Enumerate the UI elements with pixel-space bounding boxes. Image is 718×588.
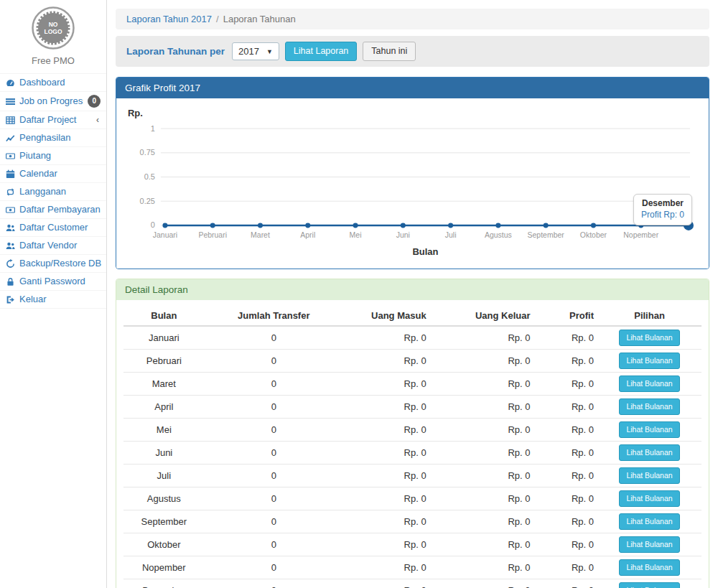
sidebar-item-label: Dashboard (19, 77, 102, 88)
column-header-pilihan: Pilihan (597, 306, 701, 326)
table-cell: Rp. 0 (534, 396, 598, 419)
tahun-ini-button[interactable]: Tahun ini (363, 42, 416, 61)
breadcrumb-link[interactable]: Laporan Tahun 2017 (126, 14, 212, 24)
lihat-bulanan-button[interactable]: Lihat Bulanan (619, 490, 679, 507)
table-cell: Nopember (123, 556, 205, 579)
sidebar-item-label: Daftar Pembayaran (19, 204, 102, 215)
x-tick-label: April (300, 231, 315, 239)
chart-y-unit: Rp. (128, 108, 143, 118)
chart-panel: Grafik Profit 2017 Rp.10.750.50.250Janua… (116, 77, 709, 269)
year-select[interactable]: 2017 ▼ (232, 42, 279, 60)
table-cell: Rp. 0 (343, 326, 430, 350)
column-header-uang-masuk: Uang Masuk (343, 306, 430, 326)
chart-point[interactable] (495, 223, 500, 228)
table-row-september: September0Rp. 0Rp. 0Rp. 0Lihat Bulanan (123, 510, 701, 533)
chart-point[interactable] (591, 223, 596, 228)
table-cell: Rp. 0 (343, 556, 430, 579)
no-logo-badge: NO LOGO (31, 6, 75, 50)
table-cell-action: Lihat Bulanan (597, 510, 701, 533)
table-cell-action: Lihat Bulanan (597, 579, 701, 588)
x-tick-label: Pebruari (198, 231, 227, 239)
table-cell: Rp. 0 (534, 442, 598, 465)
lihat-laporan-button[interactable]: Lihat Laporan (285, 42, 357, 61)
sidebar-item-daftar-pembayaran[interactable]: Daftar Pembayaran (0, 201, 106, 219)
lihat-bulanan-button[interactable]: Lihat Bulanan (619, 513, 679, 530)
brand-name: Free PMO (0, 55, 106, 66)
x-tick-label: Juni (396, 231, 410, 239)
table-cell: Mei (123, 419, 205, 442)
chart-line-icon (5, 134, 15, 143)
table-cell: Rp. 0 (430, 465, 534, 487)
table-cell: 0 (205, 373, 343, 396)
chart-point[interactable] (258, 223, 263, 228)
table-cell: Rp. 0 (343, 442, 430, 465)
chart-point[interactable] (210, 223, 215, 228)
lihat-bulanan-button[interactable]: Lihat Bulanan (619, 536, 679, 553)
table-cell: Rp. 0 (430, 396, 534, 419)
detail-panel-title: Detail Laporan (116, 279, 709, 300)
table-cell: Pebruari (123, 350, 205, 373)
svg-text:NO: NO (49, 21, 58, 28)
users-icon (5, 241, 15, 251)
chart-point[interactable] (305, 223, 310, 228)
table-cell-action: Lihat Bulanan (597, 465, 701, 487)
svg-text:LOGO: LOGO (44, 28, 62, 35)
sidebar-item-label: Calendar (19, 168, 102, 179)
lihat-bulanan-button[interactable]: Lihat Bulanan (619, 582, 679, 588)
lihat-bulanan-button[interactable]: Lihat Bulanan (619, 421, 679, 438)
sidebar-item-dashboard[interactable]: Dashboard (0, 73, 106, 92)
table-cell: Rp. 0 (430, 350, 534, 373)
lihat-bulanan-button[interactable]: Lihat Bulanan (619, 398, 679, 415)
report-table: BulanJumlah TransferUang MasukUang Kelua… (123, 306, 701, 588)
table-row-april: April0Rp. 0Rp. 0Rp. 0Lihat Bulanan (123, 396, 701, 419)
sidebar: NO LOGO Free PMO DashboardJob on Progres… (0, 0, 107, 588)
lihat-bulanan-button[interactable]: Lihat Bulanan (619, 330, 679, 346)
table-row-januari: Januari0Rp. 0Rp. 0Rp. 0Lihat Bulanan (123, 326, 701, 350)
sidebar-item-backup-restore-db[interactable]: Backup/Restore DB (0, 255, 106, 273)
table-cell: Rp. 0 (343, 510, 430, 533)
breadcrumb-current: Laporan Tahunan (223, 14, 296, 24)
chart-point[interactable] (162, 223, 167, 228)
lihat-bulanan-button[interactable]: Lihat Bulanan (619, 444, 679, 461)
chart-point[interactable] (448, 223, 453, 228)
table-row-juli: Juli0Rp. 0Rp. 0Rp. 0Lihat Bulanan (123, 465, 701, 487)
table-cell: Agustus (123, 487, 205, 510)
chart-tooltip-value: Profit Rp: 0 (641, 210, 684, 220)
table-cell: 0 (205, 442, 343, 465)
x-tick-label: Maret (251, 231, 270, 239)
sidebar-item-piutang[interactable]: Piutang (0, 147, 106, 165)
sidebar-item-keluar[interactable]: Keluar (0, 291, 106, 309)
lihat-bulanan-button[interactable]: Lihat Bulanan (619, 353, 679, 369)
sidebar-item-job-on-progress[interactable]: Job on Progress0 (0, 92, 106, 111)
sidebar-item-label: Daftar Project (19, 114, 92, 126)
lihat-bulanan-button[interactable]: Lihat Bulanan (619, 375, 679, 392)
y-tick-label: 1 (151, 124, 155, 133)
sidebar-item-label: Penghasilan (19, 132, 102, 144)
column-header-uang-keluar: Uang Keluar (430, 306, 534, 326)
chart-point[interactable] (401, 223, 406, 228)
chart-point[interactable] (544, 223, 549, 228)
sidebar-item-ganti-password[interactable]: Ganti Password (0, 273, 106, 291)
sidebar-item-penghasilan[interactable]: Penghasilan (0, 129, 106, 147)
sidebar-item-label: Backup/Restore DB (19, 258, 102, 269)
chart-point[interactable] (353, 223, 358, 228)
chevron-down-icon: ▼ (266, 48, 273, 55)
breadcrumb-separator: / (216, 14, 219, 24)
sidebar-item-daftar-vendor[interactable]: Daftar Vendor (0, 237, 106, 255)
x-tick-label: Oktober (580, 231, 607, 239)
table-cell: 0 (205, 419, 343, 442)
lihat-bulanan-button[interactable]: Lihat Bulanan (619, 559, 679, 576)
lihat-bulanan-button[interactable]: Lihat Bulanan (619, 467, 679, 484)
table-cell: Rp. 0 (534, 533, 598, 556)
sidebar-item-daftar-customer[interactable]: Daftar Customer (0, 219, 106, 237)
table-cell: 0 (205, 326, 343, 350)
sidebar-item-calendar[interactable]: Calendar (0, 165, 106, 183)
table-cell: 0 (205, 350, 343, 373)
table-cell: 0 (205, 510, 343, 533)
column-header-profit: Profit (534, 306, 598, 326)
x-tick-label: Nopember (623, 231, 658, 239)
table-cell: 0 (205, 533, 343, 556)
sidebar-item-langganan[interactable]: Langganan (0, 183, 106, 201)
sidebar-item-label: Daftar Customer (19, 222, 102, 233)
sidebar-item-daftar-project[interactable]: Daftar Project‹ (0, 111, 106, 129)
